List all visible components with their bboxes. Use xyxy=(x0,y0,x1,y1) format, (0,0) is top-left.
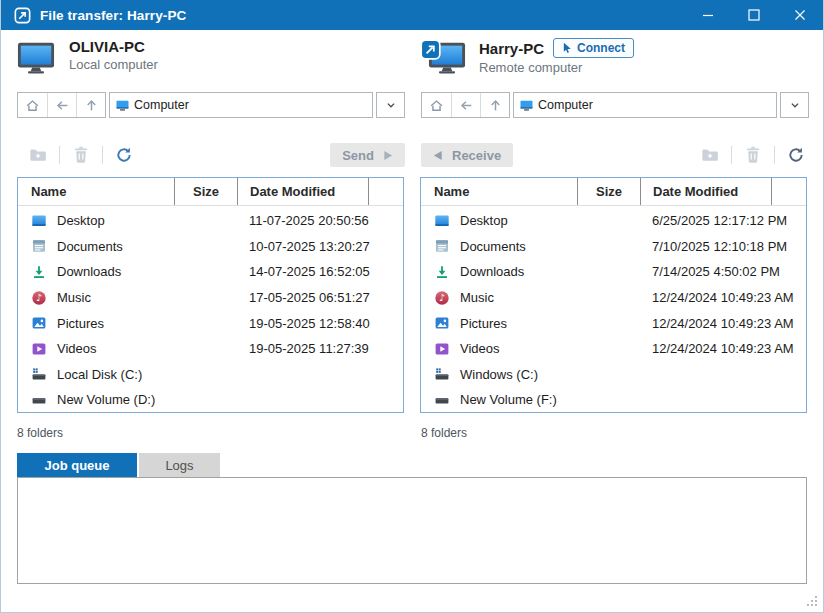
pictures-folder-icon xyxy=(31,315,47,331)
remote-new-folder-button[interactable] xyxy=(697,143,723,167)
connect-label: Connect xyxy=(577,41,625,55)
column-header-size[interactable]: Size xyxy=(174,178,237,205)
local-delete-button[interactable] xyxy=(68,143,94,167)
close-button[interactable] xyxy=(777,0,823,30)
local-home-button[interactable] xyxy=(18,93,47,117)
file-date: 17-05-2025 06:51:27 xyxy=(237,290,368,305)
remote-back-button[interactable] xyxy=(451,93,480,117)
column-header-date-modified[interactable]: Date Modified xyxy=(640,178,771,205)
local-host-header: OLIVIA-PC Local computer xyxy=(17,38,405,86)
remote-file-list: Name Size Date Modified Desktop 6/25/202… xyxy=(420,177,807,413)
column-header-extra xyxy=(771,178,806,205)
desktop-folder-icon xyxy=(434,213,450,229)
local-addressbar: Computer xyxy=(17,92,405,118)
table-row[interactable]: Videos 19-05-2025 11:27:39 xyxy=(18,336,403,362)
tab-logs[interactable]: Logs xyxy=(139,453,220,477)
arrow-up-icon xyxy=(84,98,99,113)
documents-folder-icon xyxy=(31,238,47,254)
arrow-left-icon xyxy=(459,98,474,113)
table-row[interactable]: Pictures 12/24/2024 10:49:23 AM xyxy=(421,310,806,336)
system-drive-icon xyxy=(31,366,47,382)
column-header-date-modified[interactable]: Date Modified xyxy=(237,178,368,205)
file-name: Desktop xyxy=(57,213,105,228)
music-folder-icon xyxy=(31,290,47,306)
minimize-button[interactable] xyxy=(685,0,731,30)
remote-home-button[interactable] xyxy=(422,93,451,117)
file-name: Windows (C:) xyxy=(460,367,538,382)
file-name: Documents xyxy=(57,239,123,254)
computer-icon xyxy=(519,98,534,113)
table-row[interactable]: Videos 12/24/2024 10:49:23 AM xyxy=(421,336,806,362)
maximize-button[interactable] xyxy=(731,0,777,30)
home-icon xyxy=(429,98,444,113)
local-path-dropdown-button[interactable] xyxy=(376,92,405,118)
table-row[interactable]: Downloads 14-07-2025 16:52:05 xyxy=(18,259,403,285)
table-row[interactable]: New Volume (F:) xyxy=(421,387,806,413)
file-date: 12/24/2024 10:49:23 AM xyxy=(640,316,771,331)
drive-icon xyxy=(31,392,47,408)
send-label: Send xyxy=(342,148,374,163)
footer-tabs: Job queue Logs xyxy=(17,453,807,477)
file-name: Downloads xyxy=(460,264,524,279)
local-computer-role: Local computer xyxy=(69,57,158,72)
documents-folder-icon xyxy=(434,238,450,254)
file-name: Music xyxy=(57,290,91,305)
titlebar: File transfer: Harry-PC xyxy=(1,0,823,30)
table-row[interactable]: New Volume (D:) xyxy=(18,387,403,413)
file-name: Documents xyxy=(460,239,526,254)
new-folder-icon xyxy=(701,146,719,164)
table-row[interactable]: Documents 7/10/2025 12:10:18 PM xyxy=(421,234,806,260)
table-row[interactable]: Windows (C:) xyxy=(421,362,806,388)
local-new-folder-button[interactable] xyxy=(25,143,51,167)
file-name: Downloads xyxy=(57,264,121,279)
table-row[interactable]: Desktop 6/25/2025 12:17:12 PM xyxy=(421,208,806,234)
table-row[interactable]: Pictures 19-05-2025 12:58:40 xyxy=(18,310,403,336)
refresh-icon xyxy=(787,146,805,164)
local-folder-count: 8 folders xyxy=(17,426,63,440)
file-date: 12/24/2024 10:49:23 AM xyxy=(640,290,771,305)
column-header-name[interactable]: Name xyxy=(421,178,577,205)
file-name: Pictures xyxy=(460,316,507,331)
table-row[interactable]: Downloads 7/14/2025 4:50:02 PM xyxy=(421,259,806,285)
local-back-button[interactable] xyxy=(47,93,76,117)
table-row[interactable]: Music 17-05-2025 06:51:27 xyxy=(18,285,403,311)
table-row[interactable]: Desktop 11-07-2025 20:50:56 xyxy=(18,208,403,234)
tab-job-queue[interactable]: Job queue xyxy=(17,453,137,477)
file-date: 10-07-2025 13:20:27 xyxy=(237,239,368,254)
table-row[interactable]: Documents 10-07-2025 13:20:27 xyxy=(18,234,403,260)
file-name: Pictures xyxy=(57,316,104,331)
file-name: Videos xyxy=(57,341,97,356)
remote-delete-button[interactable] xyxy=(740,143,766,167)
system-drive-icon xyxy=(434,366,450,382)
file-name: New Volume (D:) xyxy=(57,392,155,407)
chevron-down-icon xyxy=(788,98,802,112)
file-date: 7/10/2025 12:10:18 PM xyxy=(640,239,771,254)
resize-grip[interactable] xyxy=(805,594,818,607)
local-up-button[interactable] xyxy=(76,93,105,117)
remote-toolbar: Receive xyxy=(421,141,809,169)
chevron-down-icon xyxy=(384,98,398,112)
remote-refresh-button[interactable] xyxy=(783,143,809,167)
remote-path-combobox[interactable]: Computer xyxy=(513,92,777,118)
column-header-name[interactable]: Name xyxy=(18,178,174,205)
play-right-icon xyxy=(382,150,393,161)
local-computer-name: OLIVIA-PC xyxy=(69,38,145,55)
remote-path-dropdown-button[interactable] xyxy=(780,92,809,118)
remote-list-header: Name Size Date Modified xyxy=(421,178,806,206)
remote-host-header: Harry-PC Connect Remote computer xyxy=(421,38,809,86)
receive-button[interactable]: Receive xyxy=(421,143,513,167)
receive-label: Receive xyxy=(452,148,501,163)
connect-button[interactable]: Connect xyxy=(553,38,634,58)
table-row[interactable]: Music 12/24/2024 10:49:23 AM xyxy=(421,285,806,311)
pictures-folder-icon xyxy=(434,315,450,331)
local-path-combobox[interactable]: Computer xyxy=(109,92,373,118)
remote-up-button[interactable] xyxy=(480,93,509,117)
file-date: 19-05-2025 11:27:39 xyxy=(237,341,368,356)
anydesk-badge-icon xyxy=(420,39,441,60)
anydesk-file-transfer-icon xyxy=(14,7,31,24)
table-row[interactable]: Local Disk (C:) xyxy=(18,362,403,388)
send-button[interactable]: Send xyxy=(330,143,405,167)
local-refresh-button[interactable] xyxy=(111,143,137,167)
downloads-folder-icon xyxy=(434,264,450,280)
column-header-size[interactable]: Size xyxy=(577,178,640,205)
